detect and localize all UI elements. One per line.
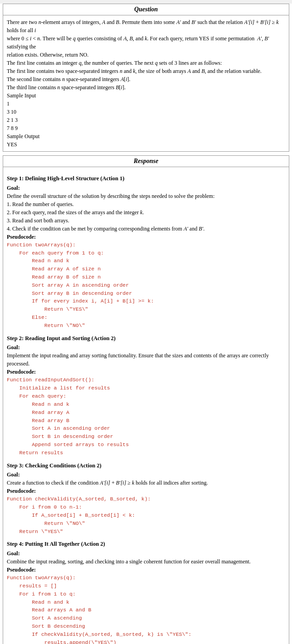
response-section: Response Step 1: Defining High-Level Str… <box>3 155 289 644</box>
step1-pseudo-label: Pseudocode: <box>7 233 285 241</box>
step1-goal-text: Define the overall structure of the solu… <box>7 192 285 200</box>
step3-heading: Step 3: Checking Conditions (Action 2) <box>7 461 285 470</box>
response-header: Response <box>3 156 289 167</box>
step4-heading: Step 4: Putting It All Together (Action … <box>7 540 285 548</box>
step1-pseudocode: Function twoArrays(q): For each query fr… <box>7 241 285 330</box>
step2-heading: Step 2: Reading Input and Sorting (Actio… <box>7 334 285 343</box>
question-section: Question There are two n-element arrays … <box>3 4 289 152</box>
step3-pseudocode: Function checkValidity(A_sorted, B_sorte… <box>7 495 285 535</box>
step2-goal-text: Implement the input reading and array so… <box>7 351 285 368</box>
step3-goal-text: Create a function to check if the condit… <box>7 479 285 487</box>
step1-goal-label: Goal: <box>7 184 285 192</box>
step1-goal-items: 1. Read the number of queries. 2. For ea… <box>7 200 285 233</box>
step3-pseudo-label: Pseudocode: <box>7 487 285 495</box>
question-body: There are two n-element arrays of intege… <box>3 15 289 151</box>
step2-pseudocode: Function readInputAndSort(): Initialize … <box>7 376 285 457</box>
step4-pseudocode: Function twoArrays(q): results = [] For … <box>7 574 285 644</box>
step4-pseudo-label: Pseudocode: <box>7 566 285 574</box>
question-text: There are two n-element arrays of intege… <box>7 18 285 149</box>
step4-goal-label: Goal: <box>7 549 285 557</box>
step2-pseudo-label: Pseudocode: <box>7 368 285 376</box>
question-header: Question <box>3 4 289 15</box>
step1-heading: Step 1: Defining High-Level Structure (A… <box>7 174 285 183</box>
response-body: Step 1: Defining High-Level Structure (A… <box>3 167 289 644</box>
step4-goal-text: Combine the input reading, sorting, and … <box>7 557 285 566</box>
step2-goal-label: Goal: <box>7 343 285 351</box>
page-container: Question There are two n-element arrays … <box>0 4 292 644</box>
step3-goal-label: Goal: <box>7 471 285 479</box>
